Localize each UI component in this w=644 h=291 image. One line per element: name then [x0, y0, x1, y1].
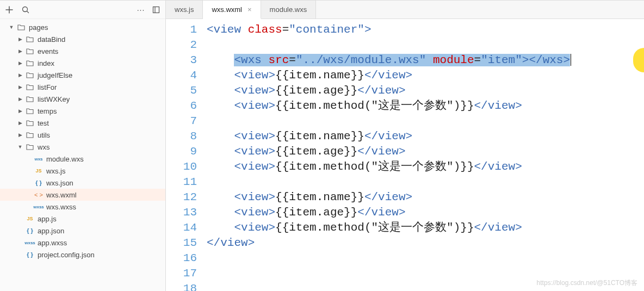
code-line[interactable]: <wxs src="../wxs/module.wxs" module="ite…: [207, 53, 644, 68]
code-line[interactable]: <view>{{item.name}}</view>: [207, 190, 644, 205]
sidebar-toolbar: ···: [0, 1, 165, 19]
tree-arrow-icon[interactable]: ▶: [16, 96, 24, 102]
tree-item-app-wxss[interactable]: wxssapp.wxss: [0, 237, 165, 249]
code-line[interactable]: [207, 38, 644, 53]
file-explorer-sidebar: ··· ▼pages▶dataBind▶events▶index▶judgeIf…: [0, 1, 166, 291]
close-icon[interactable]: ×: [247, 5, 252, 14]
collapse-panel-icon[interactable]: [152, 6, 160, 14]
tree-item-wxs-json[interactable]: { }wxs.json: [0, 177, 165, 189]
tree-item-label: app.json: [38, 227, 64, 235]
tree-item-wxs[interactable]: ▼wxs: [0, 141, 165, 153]
tree-item-label: wxs.wxml: [46, 191, 77, 199]
tree-arrow-icon[interactable]: ▶: [16, 72, 24, 78]
svg-rect-1: [153, 7, 159, 13]
file-type-icon: JS: [34, 168, 44, 174]
line-number: 18: [166, 281, 197, 291]
code-line[interactable]: <view>{{item.name}}</view>: [207, 129, 644, 144]
tree-item-listWXKey[interactable]: ▶listWXKey: [0, 93, 165, 105]
tree-item-label: wxs.wxss: [46, 203, 76, 211]
line-number: 3: [166, 53, 197, 68]
tree-item-module-wxs[interactable]: wxsmodule.wxs: [0, 153, 165, 165]
line-number: 16: [166, 251, 197, 266]
tree-arrow-icon[interactable]: ▼: [16, 144, 24, 150]
file-type-icon: [25, 60, 35, 66]
tree-item-label: utils: [38, 131, 50, 139]
tree-item-label: project.config.json: [38, 251, 95, 259]
tree-item-judgeIfElse[interactable]: ▶judgeIfElse: [0, 69, 165, 81]
line-number: 5: [166, 83, 197, 98]
watermark-text: https://blog.csdn.net/@51CTO博客: [537, 278, 637, 288]
editor-area: wxs.jswxs.wxml×module.wxs 12345678910111…: [166, 1, 644, 291]
code-line[interactable]: <view>{{item.name}}</view>: [207, 68, 644, 83]
code-line[interactable]: [207, 251, 644, 266]
tree-item-label: temps: [38, 107, 57, 115]
tree-item-app-js[interactable]: JSapp.js: [0, 213, 165, 225]
line-number: 1: [166, 22, 197, 38]
line-number: 17: [166, 266, 197, 281]
tree-arrow-icon[interactable]: ▶: [16, 132, 24, 138]
tree-item-label: listFor: [38, 83, 57, 91]
code-line[interactable]: <view>{{item.method("这是一个参数")}}</view>: [207, 220, 644, 236]
code-line[interactable]: <view>{{item.method("这是一个参数")}}</view>: [207, 159, 644, 175]
code-line[interactable]: </view>: [207, 236, 644, 251]
tree-item-label: dataBind: [38, 35, 65, 44]
tree-item-wxs-wxml[interactable]: < >wxs.wxml: [0, 189, 165, 201]
line-number: 12: [166, 190, 197, 205]
file-type-icon: [25, 120, 35, 126]
file-type-icon: wxss: [25, 240, 35, 245]
file-type-icon: [25, 96, 35, 102]
line-number: 6: [166, 98, 197, 114]
tree-arrow-icon[interactable]: ▶: [16, 60, 24, 66]
tree-item-listFor[interactable]: ▶listFor: [0, 81, 165, 93]
tree-item-dataBind[interactable]: ▶dataBind: [0, 33, 165, 45]
code-line[interactable]: <view class="container">: [207, 22, 644, 38]
file-tree[interactable]: ▼pages▶dataBind▶events▶index▶judgeIfElse…: [0, 19, 165, 291]
new-file-icon[interactable]: [5, 6, 13, 14]
tree-item-label: events: [38, 47, 58, 55]
tree-arrow-icon[interactable]: ▶: [16, 84, 24, 90]
tree-item-label: module.wxs: [46, 155, 84, 163]
tab-module-wxs[interactable]: module.wxs: [261, 1, 317, 18]
tree-item-utils[interactable]: ▶utils: [0, 129, 165, 141]
tree-arrow-icon[interactable]: ▶: [16, 48, 24, 54]
file-type-icon: [25, 48, 35, 54]
tree-item-label: index: [38, 59, 54, 67]
tree-item-label: wxs.json: [46, 179, 73, 187]
tree-item-app-json[interactable]: { }app.json: [0, 225, 165, 237]
code-editor[interactable]: 123456789101112131415161718 <view class=…: [166, 19, 644, 291]
search-icon[interactable]: [22, 6, 29, 14]
code-line[interactable]: <view>{{item.age}}</view>: [207, 205, 644, 220]
line-number-gutter: 123456789101112131415161718: [166, 22, 207, 291]
tree-arrow-icon[interactable]: ▶: [16, 108, 24, 114]
line-number: 14: [166, 220, 197, 236]
tree-item-index[interactable]: ▶index: [0, 57, 165, 69]
tree-item-wxs-js[interactable]: JSwxs.js: [0, 165, 165, 177]
tree-item-test[interactable]: ▶test: [0, 117, 165, 129]
tree-item-wxs-wxss[interactable]: wxsswxs.wxss: [0, 201, 165, 213]
tab-wxs-js[interactable]: wxs.js: [166, 1, 203, 18]
tab-wxs-wxml[interactable]: wxs.wxml×: [203, 1, 261, 19]
code-content[interactable]: <view class="container"> <wxs src="../wx…: [207, 22, 644, 291]
code-line[interactable]: <view>{{item.method("这是一个参数")}}</view>: [207, 98, 644, 114]
tree-item-pages[interactable]: ▼pages: [0, 21, 165, 33]
code-line[interactable]: [207, 114, 644, 129]
code-line[interactable]: [207, 175, 644, 190]
tree-item-temps[interactable]: ▶temps: [0, 105, 165, 117]
code-line[interactable]: <view>{{item.age}}</view>: [207, 83, 644, 98]
tabs-bar: wxs.jswxs.wxml×module.wxs: [166, 1, 644, 19]
tree-arrow-icon[interactable]: ▼: [8, 24, 15, 30]
tree-arrow-icon[interactable]: ▶: [16, 36, 24, 42]
file-type-icon: [25, 72, 35, 78]
tab-label: module.wxs: [270, 5, 307, 14]
line-number: 10: [166, 159, 197, 175]
tree-item-label: app.wxss: [38, 239, 67, 247]
file-type-icon: JS: [25, 216, 35, 221]
tree-arrow-icon[interactable]: ▶: [16, 120, 24, 126]
file-type-icon: [16, 24, 26, 30]
line-number: 13: [166, 205, 197, 220]
code-line[interactable]: <view>{{item.age}}</view>: [207, 144, 644, 159]
tree-item-events[interactable]: ▶events: [0, 45, 165, 57]
more-icon[interactable]: ···: [137, 6, 145, 14]
file-type-icon: [25, 144, 35, 150]
tree-item-project-config-json[interactable]: { }project.config.json: [0, 249, 165, 261]
